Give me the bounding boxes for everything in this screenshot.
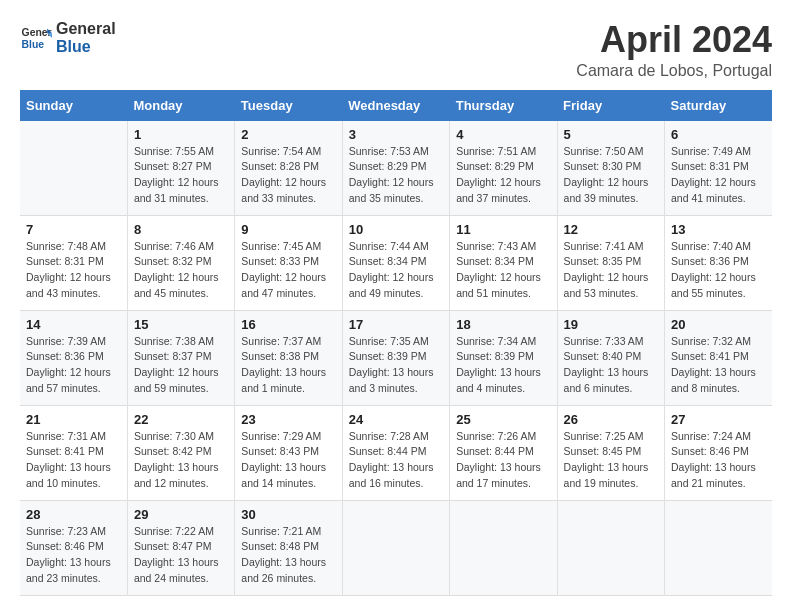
day-number: 6 <box>671 127 766 142</box>
day-number: 27 <box>671 412 766 427</box>
day-cell: 20Sunrise: 7:32 AM Sunset: 8:41 PM Dayli… <box>665 310 772 405</box>
day-cell: 26Sunrise: 7:25 AM Sunset: 8:45 PM Dayli… <box>557 405 664 500</box>
day-cell: 17Sunrise: 7:35 AM Sunset: 8:39 PM Dayli… <box>342 310 449 405</box>
day-cell: 27Sunrise: 7:24 AM Sunset: 8:46 PM Dayli… <box>665 405 772 500</box>
day-cell: 3Sunrise: 7:53 AM Sunset: 8:29 PM Daylig… <box>342 121 449 216</box>
day-number: 7 <box>26 222 121 237</box>
day-number: 20 <box>671 317 766 332</box>
day-cell: 14Sunrise: 7:39 AM Sunset: 8:36 PM Dayli… <box>20 310 127 405</box>
day-number: 4 <box>456 127 550 142</box>
day-cell: 2Sunrise: 7:54 AM Sunset: 8:28 PM Daylig… <box>235 121 342 216</box>
day-detail: Sunrise: 7:22 AM Sunset: 8:47 PM Dayligh… <box>134 524 228 587</box>
day-cell: 15Sunrise: 7:38 AM Sunset: 8:37 PM Dayli… <box>127 310 234 405</box>
header-row: SundayMondayTuesdayWednesdayThursdayFrid… <box>20 90 772 121</box>
col-header-thursday: Thursday <box>450 90 557 121</box>
location-subtitle: Camara de Lobos, Portugal <box>576 62 772 80</box>
day-cell: 30Sunrise: 7:21 AM Sunset: 8:48 PM Dayli… <box>235 500 342 595</box>
day-detail: Sunrise: 7:21 AM Sunset: 8:48 PM Dayligh… <box>241 524 335 587</box>
week-row-5: 28Sunrise: 7:23 AM Sunset: 8:46 PM Dayli… <box>20 500 772 595</box>
week-row-2: 7Sunrise: 7:48 AM Sunset: 8:31 PM Daylig… <box>20 215 772 310</box>
week-row-3: 14Sunrise: 7:39 AM Sunset: 8:36 PM Dayli… <box>20 310 772 405</box>
day-number: 30 <box>241 507 335 522</box>
day-cell: 4Sunrise: 7:51 AM Sunset: 8:29 PM Daylig… <box>450 121 557 216</box>
day-cell: 19Sunrise: 7:33 AM Sunset: 8:40 PM Dayli… <box>557 310 664 405</box>
day-detail: Sunrise: 7:33 AM Sunset: 8:40 PM Dayligh… <box>564 334 658 397</box>
col-header-tuesday: Tuesday <box>235 90 342 121</box>
day-number: 10 <box>349 222 443 237</box>
day-detail: Sunrise: 7:31 AM Sunset: 8:41 PM Dayligh… <box>26 429 121 492</box>
day-number: 23 <box>241 412 335 427</box>
day-detail: Sunrise: 7:30 AM Sunset: 8:42 PM Dayligh… <box>134 429 228 492</box>
month-title: April 2024 <box>576 20 772 60</box>
day-cell: 1Sunrise: 7:55 AM Sunset: 8:27 PM Daylig… <box>127 121 234 216</box>
day-cell: 8Sunrise: 7:46 AM Sunset: 8:32 PM Daylig… <box>127 215 234 310</box>
day-detail: Sunrise: 7:28 AM Sunset: 8:44 PM Dayligh… <box>349 429 443 492</box>
day-cell <box>342 500 449 595</box>
day-number: 18 <box>456 317 550 332</box>
day-cell: 9Sunrise: 7:45 AM Sunset: 8:33 PM Daylig… <box>235 215 342 310</box>
day-number: 19 <box>564 317 658 332</box>
day-cell <box>20 121 127 216</box>
day-cell: 21Sunrise: 7:31 AM Sunset: 8:41 PM Dayli… <box>20 405 127 500</box>
day-detail: Sunrise: 7:35 AM Sunset: 8:39 PM Dayligh… <box>349 334 443 397</box>
day-detail: Sunrise: 7:54 AM Sunset: 8:28 PM Dayligh… <box>241 144 335 207</box>
day-detail: Sunrise: 7:40 AM Sunset: 8:36 PM Dayligh… <box>671 239 766 302</box>
day-cell <box>557 500 664 595</box>
day-detail: Sunrise: 7:49 AM Sunset: 8:31 PM Dayligh… <box>671 144 766 207</box>
day-cell: 24Sunrise: 7:28 AM Sunset: 8:44 PM Dayli… <box>342 405 449 500</box>
day-number: 13 <box>671 222 766 237</box>
day-detail: Sunrise: 7:51 AM Sunset: 8:29 PM Dayligh… <box>456 144 550 207</box>
day-detail: Sunrise: 7:45 AM Sunset: 8:33 PM Dayligh… <box>241 239 335 302</box>
day-cell: 7Sunrise: 7:48 AM Sunset: 8:31 PM Daylig… <box>20 215 127 310</box>
day-number: 9 <box>241 222 335 237</box>
day-cell: 29Sunrise: 7:22 AM Sunset: 8:47 PM Dayli… <box>127 500 234 595</box>
day-detail: Sunrise: 7:25 AM Sunset: 8:45 PM Dayligh… <box>564 429 658 492</box>
day-detail: Sunrise: 7:46 AM Sunset: 8:32 PM Dayligh… <box>134 239 228 302</box>
day-cell: 25Sunrise: 7:26 AM Sunset: 8:44 PM Dayli… <box>450 405 557 500</box>
day-detail: Sunrise: 7:48 AM Sunset: 8:31 PM Dayligh… <box>26 239 121 302</box>
day-cell: 5Sunrise: 7:50 AM Sunset: 8:30 PM Daylig… <box>557 121 664 216</box>
logo-icon: General Blue <box>20 22 52 54</box>
title-block: April 2024 Camara de Lobos, Portugal <box>576 20 772 80</box>
day-cell <box>665 500 772 595</box>
day-cell: 11Sunrise: 7:43 AM Sunset: 8:34 PM Dayli… <box>450 215 557 310</box>
day-number: 8 <box>134 222 228 237</box>
day-cell: 12Sunrise: 7:41 AM Sunset: 8:35 PM Dayli… <box>557 215 664 310</box>
day-cell: 10Sunrise: 7:44 AM Sunset: 8:34 PM Dayli… <box>342 215 449 310</box>
day-cell: 6Sunrise: 7:49 AM Sunset: 8:31 PM Daylig… <box>665 121 772 216</box>
col-header-friday: Friday <box>557 90 664 121</box>
day-number: 5 <box>564 127 658 142</box>
week-row-4: 21Sunrise: 7:31 AM Sunset: 8:41 PM Dayli… <box>20 405 772 500</box>
day-number: 28 <box>26 507 121 522</box>
logo-general: General <box>56 20 116 38</box>
day-number: 2 <box>241 127 335 142</box>
day-number: 14 <box>26 317 121 332</box>
day-cell: 28Sunrise: 7:23 AM Sunset: 8:46 PM Dayli… <box>20 500 127 595</box>
day-number: 21 <box>26 412 121 427</box>
day-cell: 23Sunrise: 7:29 AM Sunset: 8:43 PM Dayli… <box>235 405 342 500</box>
page-header: General Blue General Blue April 2024 Cam… <box>20 20 772 80</box>
day-number: 16 <box>241 317 335 332</box>
day-number: 1 <box>134 127 228 142</box>
col-header-monday: Monday <box>127 90 234 121</box>
day-number: 12 <box>564 222 658 237</box>
day-detail: Sunrise: 7:41 AM Sunset: 8:35 PM Dayligh… <box>564 239 658 302</box>
day-number: 24 <box>349 412 443 427</box>
logo: General Blue General Blue <box>20 20 116 55</box>
day-detail: Sunrise: 7:23 AM Sunset: 8:46 PM Dayligh… <box>26 524 121 587</box>
day-cell: 18Sunrise: 7:34 AM Sunset: 8:39 PM Dayli… <box>450 310 557 405</box>
day-number: 26 <box>564 412 658 427</box>
day-number: 15 <box>134 317 228 332</box>
day-detail: Sunrise: 7:26 AM Sunset: 8:44 PM Dayligh… <box>456 429 550 492</box>
day-detail: Sunrise: 7:38 AM Sunset: 8:37 PM Dayligh… <box>134 334 228 397</box>
day-detail: Sunrise: 7:24 AM Sunset: 8:46 PM Dayligh… <box>671 429 766 492</box>
day-detail: Sunrise: 7:32 AM Sunset: 8:41 PM Dayligh… <box>671 334 766 397</box>
day-cell: 13Sunrise: 7:40 AM Sunset: 8:36 PM Dayli… <box>665 215 772 310</box>
day-detail: Sunrise: 7:53 AM Sunset: 8:29 PM Dayligh… <box>349 144 443 207</box>
svg-text:Blue: Blue <box>22 38 45 49</box>
calendar-body: 1Sunrise: 7:55 AM Sunset: 8:27 PM Daylig… <box>20 121 772 596</box>
logo-blue: Blue <box>56 38 116 56</box>
day-cell <box>450 500 557 595</box>
day-number: 25 <box>456 412 550 427</box>
calendar-table: SundayMondayTuesdayWednesdayThursdayFrid… <box>20 90 772 596</box>
